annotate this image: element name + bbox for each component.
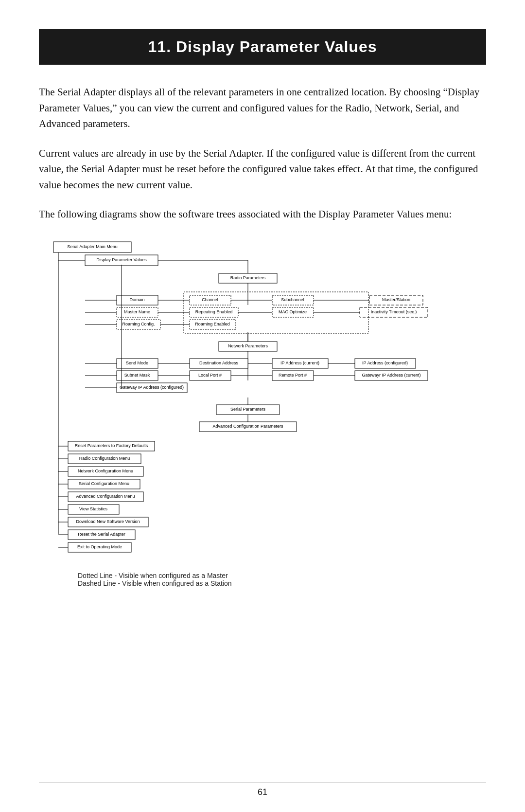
- svg-text:Serial Adapter Main Menu: Serial Adapter Main Menu: [67, 244, 118, 249]
- svg-text:IP Address (current): IP Address (current): [280, 361, 319, 365]
- svg-text:Inactivity Timeout (sec.): Inactivity Timeout (sec.): [371, 309, 417, 314]
- svg-text:Serial Parameters: Serial Parameters: [230, 407, 266, 412]
- svg-text:Master Name: Master Name: [124, 309, 150, 314]
- svg-text:Network Configuration Menu: Network Configuration Menu: [78, 469, 133, 473]
- paragraph-3: The following diagrams show the software…: [39, 206, 486, 222]
- svg-text:Channel: Channel: [202, 297, 218, 302]
- page-number: 61: [258, 787, 267, 797]
- svg-text:Roaming Enabled: Roaming Enabled: [195, 322, 230, 326]
- svg-text:Advanced Configuration Menu: Advanced Configuration Menu: [76, 494, 135, 499]
- footer-line: [39, 782, 486, 782]
- legend-dotted: Dotted Line - Visible when configured as…: [78, 572, 232, 579]
- svg-text:Subchannel: Subchannel: [281, 297, 304, 302]
- svg-text:Master/Station: Master/Station: [382, 297, 410, 302]
- diagram-legend: Dotted Line - Visible when configured as…: [78, 572, 232, 587]
- chapter-title: 11. Display Parameter Values: [39, 29, 486, 65]
- page-footer: 61: [0, 782, 525, 797]
- svg-text:Radio Parameters: Radio Parameters: [230, 275, 266, 280]
- svg-text:View Statistics: View Statistics: [79, 506, 107, 511]
- svg-text:Send Mode: Send Mode: [126, 361, 148, 365]
- svg-text:Network Parameters: Network Parameters: [228, 343, 268, 348]
- svg-text:Reset Parameters to Factory De: Reset Parameters to Factory Defaults: [75, 443, 148, 448]
- svg-text:Remote Port #: Remote Port #: [279, 373, 307, 378]
- svg-text:Gatewayr IP Address (current): Gatewayr IP Address (current): [362, 373, 421, 378]
- svg-text:Subnet Mask: Subnet Mask: [124, 373, 150, 378]
- svg-text:Advanced Configuration Paramet: Advanced Configuration Parameters: [212, 424, 283, 429]
- svg-text:Roaming Config.: Roaming Config.: [122, 322, 155, 326]
- svg-text:Serial Configuration Menu: Serial Configuration Menu: [79, 481, 129, 486]
- diagram-svg: Serial Adapter Main Menu Display Paramet…: [39, 237, 486, 568]
- svg-text:Display Parameter Values: Display Parameter Values: [96, 257, 147, 262]
- diagram-section: Serial Adapter Main Menu Display Paramet…: [39, 237, 486, 587]
- paragraph-2: Current values are already in use by the…: [39, 145, 486, 193]
- svg-text:Destination Address: Destination Address: [199, 361, 239, 365]
- svg-text:Repeating Enabled: Repeating Enabled: [195, 309, 233, 314]
- legend-dashed: Dashed Line - Visible when configured as…: [78, 579, 232, 587]
- svg-text:IP Address (configured): IP Address (configured): [362, 361, 408, 365]
- svg-text:Reset the Serial Adapter: Reset the Serial Adapter: [78, 532, 125, 537]
- svg-text:MAC Optimize: MAC Optimize: [279, 309, 307, 314]
- paragraph-1: The Serial Adapter displays all of the r…: [39, 84, 486, 132]
- svg-text:Gateway IP Address (configured: Gateway IP Address (configured): [120, 385, 184, 390]
- svg-text:Download New Software Version: Download New Software Version: [76, 519, 140, 524]
- svg-text:Local Port #: Local Port #: [198, 373, 222, 378]
- svg-text:Radio Configuration Menu: Radio Configuration Menu: [79, 456, 130, 461]
- svg-text:Domain: Domain: [129, 297, 144, 302]
- svg-text:Exit to Operating Mode: Exit to Operating Mode: [77, 544, 122, 549]
